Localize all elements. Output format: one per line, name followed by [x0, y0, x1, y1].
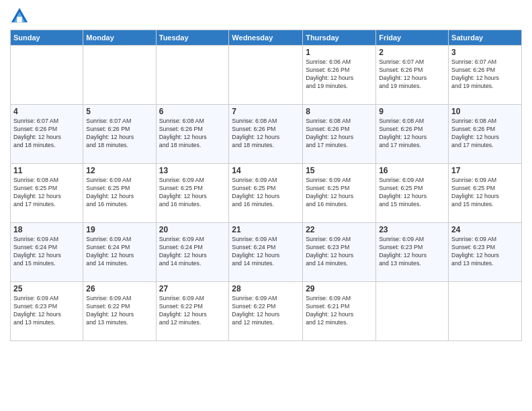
calendar-cell: 19Sunrise: 6:09 AM Sunset: 6:24 PM Dayli…: [83, 223, 156, 282]
day-info: Sunrise: 6:07 AM Sunset: 6:26 PM Dayligh…: [86, 118, 152, 150]
day-header-saturday: Saturday: [449, 30, 522, 46]
day-info: Sunrise: 6:09 AM Sunset: 6:24 PM Dayligh…: [159, 236, 226, 268]
day-number: 29: [306, 284, 373, 293]
day-number: 12: [86, 166, 152, 175]
calendar-cell: [11, 46, 83, 105]
day-info: Sunrise: 6:09 AM Sunset: 6:22 PM Dayligh…: [232, 295, 300, 327]
day-info: Sunrise: 6:08 AM Sunset: 6:26 PM Dayligh…: [232, 118, 300, 150]
calendar-cell: [83, 46, 156, 105]
day-number: 9: [379, 107, 445, 116]
day-info: Sunrise: 6:09 AM Sunset: 6:24 PM Dayligh…: [13, 236, 80, 268]
day-info: Sunrise: 6:08 AM Sunset: 6:26 PM Dayligh…: [451, 118, 519, 150]
day-info: Sunrise: 6:06 AM Sunset: 6:26 PM Dayligh…: [306, 58, 373, 91]
calendar-cell: 27Sunrise: 6:09 AM Sunset: 6:22 PM Dayli…: [156, 282, 229, 341]
day-info: Sunrise: 6:09 AM Sunset: 6:23 PM Dayligh…: [379, 236, 445, 268]
week-row-2: 4Sunrise: 6:07 AM Sunset: 6:26 PM Daylig…: [11, 105, 522, 164]
day-number: 1: [306, 48, 373, 57]
day-header-wednesday: Wednesday: [229, 30, 303, 46]
day-number: 15: [306, 166, 373, 175]
day-header-monday: Monday: [83, 30, 156, 46]
day-number: 21: [232, 225, 300, 234]
day-info: Sunrise: 6:09 AM Sunset: 6:25 PM Dayligh…: [306, 177, 373, 209]
day-info: Sunrise: 6:09 AM Sunset: 6:23 PM Dayligh…: [451, 236, 519, 268]
day-info: Sunrise: 6:09 AM Sunset: 6:25 PM Dayligh…: [451, 177, 519, 209]
day-number: 25: [13, 284, 80, 293]
calendar-cell: 6Sunrise: 6:08 AM Sunset: 6:26 PM Daylig…: [156, 105, 229, 164]
day-info: Sunrise: 6:09 AM Sunset: 6:25 PM Dayligh…: [379, 177, 445, 209]
day-number: 28: [232, 284, 300, 293]
calendar-body: 1Sunrise: 6:06 AM Sunset: 6:26 PM Daylig…: [11, 46, 522, 341]
calendar-cell: 21Sunrise: 6:09 AM Sunset: 6:24 PM Dayli…: [229, 223, 303, 282]
header: [10, 7, 522, 26]
calendar-cell: 17Sunrise: 6:09 AM Sunset: 6:25 PM Dayli…: [449, 164, 522, 223]
day-number: 17: [451, 166, 519, 175]
calendar-cell: 18Sunrise: 6:09 AM Sunset: 6:24 PM Dayli…: [11, 223, 83, 282]
calendar-cell: 20Sunrise: 6:09 AM Sunset: 6:24 PM Dayli…: [156, 223, 229, 282]
day-info: Sunrise: 6:07 AM Sunset: 6:26 PM Dayligh…: [379, 58, 445, 91]
calendar-cell: [156, 46, 229, 105]
day-number: 3: [451, 48, 519, 57]
calendar-cell: 29Sunrise: 6:09 AM Sunset: 6:21 PM Dayli…: [303, 282, 376, 341]
day-header-sunday: Sunday: [11, 30, 83, 46]
day-header-thursday: Thursday: [303, 30, 376, 46]
calendar-cell: 8Sunrise: 6:08 AM Sunset: 6:26 PM Daylig…: [303, 105, 376, 164]
day-number: 5: [86, 107, 152, 116]
calendar-cell: 16Sunrise: 6:09 AM Sunset: 6:25 PM Dayli…: [376, 164, 449, 223]
calendar-cell: 25Sunrise: 6:09 AM Sunset: 6:23 PM Dayli…: [11, 282, 83, 341]
header-row: SundayMondayTuesdayWednesdayThursdayFrid…: [11, 30, 522, 46]
day-number: 27: [159, 284, 226, 293]
day-number: 24: [451, 225, 519, 234]
day-info: Sunrise: 6:09 AM Sunset: 6:24 PM Dayligh…: [86, 236, 152, 268]
calendar-cell: 15Sunrise: 6:09 AM Sunset: 6:25 PM Dayli…: [303, 164, 376, 223]
week-row-3: 11Sunrise: 6:08 AM Sunset: 6:25 PM Dayli…: [11, 164, 522, 223]
calendar: SundayMondayTuesdayWednesdayThursdayFrid…: [10, 30, 522, 341]
day-number: 7: [232, 107, 300, 116]
calendar-cell: 22Sunrise: 6:09 AM Sunset: 6:23 PM Dayli…: [303, 223, 376, 282]
day-number: 14: [232, 166, 300, 175]
day-info: Sunrise: 6:09 AM Sunset: 6:25 PM Dayligh…: [86, 177, 152, 209]
day-info: Sunrise: 6:09 AM Sunset: 6:23 PM Dayligh…: [306, 236, 373, 268]
day-info: Sunrise: 6:08 AM Sunset: 6:26 PM Dayligh…: [379, 118, 445, 150]
day-number: 2: [379, 48, 445, 57]
calendar-cell: 12Sunrise: 6:09 AM Sunset: 6:25 PM Dayli…: [83, 164, 156, 223]
day-number: 4: [13, 107, 80, 116]
day-number: 20: [159, 225, 226, 234]
calendar-cell: [449, 282, 522, 341]
logo: [10, 7, 32, 26]
calendar-cell: 7Sunrise: 6:08 AM Sunset: 6:26 PM Daylig…: [229, 105, 303, 164]
day-number: 11: [13, 166, 80, 175]
calendar-cell: 26Sunrise: 6:09 AM Sunset: 6:22 PM Dayli…: [83, 282, 156, 341]
calendar-cell: 14Sunrise: 6:09 AM Sunset: 6:25 PM Dayli…: [229, 164, 303, 223]
week-row-5: 25Sunrise: 6:09 AM Sunset: 6:23 PM Dayli…: [11, 282, 522, 341]
day-info: Sunrise: 6:09 AM Sunset: 6:23 PM Dayligh…: [13, 295, 80, 327]
day-info: Sunrise: 6:09 AM Sunset: 6:22 PM Dayligh…: [86, 295, 152, 327]
day-info: Sunrise: 6:09 AM Sunset: 6:22 PM Dayligh…: [159, 295, 226, 327]
calendar-cell: [229, 46, 303, 105]
calendar-cell: 5Sunrise: 6:07 AM Sunset: 6:26 PM Daylig…: [83, 105, 156, 164]
calendar-cell: 4Sunrise: 6:07 AM Sunset: 6:26 PM Daylig…: [11, 105, 83, 164]
calendar-cell: 9Sunrise: 6:08 AM Sunset: 6:26 PM Daylig…: [376, 105, 449, 164]
svg-rect-2: [17, 17, 21, 22]
week-row-1: 1Sunrise: 6:06 AM Sunset: 6:26 PM Daylig…: [11, 46, 522, 105]
day-info: Sunrise: 6:08 AM Sunset: 6:26 PM Dayligh…: [159, 118, 226, 150]
calendar-header: SundayMondayTuesdayWednesdayThursdayFrid…: [11, 30, 522, 46]
day-info: Sunrise: 6:09 AM Sunset: 6:25 PM Dayligh…: [232, 177, 300, 209]
calendar-cell: 3Sunrise: 6:07 AM Sunset: 6:26 PM Daylig…: [449, 46, 522, 105]
day-number: 18: [13, 225, 80, 234]
day-header-tuesday: Tuesday: [156, 30, 229, 46]
day-number: 8: [306, 107, 373, 116]
calendar-cell: 24Sunrise: 6:09 AM Sunset: 6:23 PM Dayli…: [449, 223, 522, 282]
day-number: 19: [86, 225, 152, 234]
day-info: Sunrise: 6:09 AM Sunset: 6:24 PM Dayligh…: [232, 236, 300, 268]
day-number: 10: [451, 107, 519, 116]
day-info: Sunrise: 6:09 AM Sunset: 6:25 PM Dayligh…: [159, 177, 226, 209]
day-info: Sunrise: 6:07 AM Sunset: 6:26 PM Dayligh…: [13, 118, 80, 150]
day-number: 23: [379, 225, 445, 234]
calendar-cell: 2Sunrise: 6:07 AM Sunset: 6:26 PM Daylig…: [376, 46, 449, 105]
calendar-cell: 1Sunrise: 6:06 AM Sunset: 6:26 PM Daylig…: [303, 46, 376, 105]
calendar-cell: 13Sunrise: 6:09 AM Sunset: 6:25 PM Dayli…: [156, 164, 229, 223]
day-number: 16: [379, 166, 445, 175]
page: SundayMondayTuesdayWednesdayThursdayFrid…: [0, 0, 532, 411]
week-row-4: 18Sunrise: 6:09 AM Sunset: 6:24 PM Dayli…: [11, 223, 522, 282]
day-info: Sunrise: 6:09 AM Sunset: 6:21 PM Dayligh…: [306, 295, 373, 327]
